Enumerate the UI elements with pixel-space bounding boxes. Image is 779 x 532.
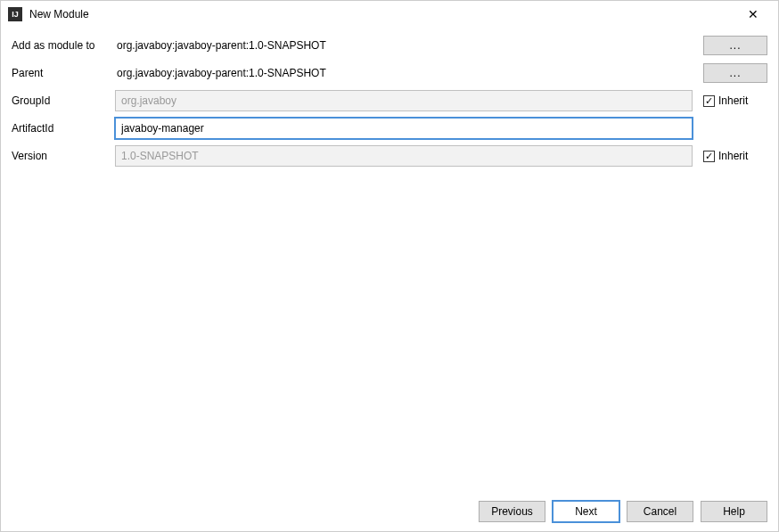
group-id-inherit-wrap: Inherit <box>703 94 767 107</box>
group-id-row: GroupId Inherit <box>12 90 767 111</box>
next-button[interactable]: Next <box>553 501 619 522</box>
add-module-value: org.javaboy:javaboy-parent:1.0-SNAPSHOT <box>115 39 693 52</box>
close-button[interactable]: ✕ <box>735 1 771 28</box>
add-module-row: Add as module to org.javaboy:javaboy-par… <box>12 35 767 56</box>
artifact-id-input[interactable] <box>115 118 693 139</box>
titlebar: IJ New Module ✕ <box>1 1 778 28</box>
version-row: Version Inherit <box>12 145 767 167</box>
group-id-inherit-label: Inherit <box>718 94 748 107</box>
help-button[interactable]: Help <box>701 501 767 522</box>
parent-row: Parent org.javaboy:javaboy-parent:1.0-SN… <box>12 62 767 84</box>
version-inherit-label: Inherit <box>718 150 748 162</box>
group-id-label: GroupId <box>12 94 115 107</box>
parent-value: org.javaboy:javaboy-parent:1.0-SNAPSHOT <box>115 67 693 79</box>
cancel-button[interactable]: Cancel <box>627 501 693 522</box>
window-title: New Module <box>29 8 735 20</box>
artifact-id-row: ArtifactId <box>12 118 767 139</box>
version-label: Version <box>12 150 115 162</box>
app-icon: IJ <box>8 7 22 21</box>
group-id-inherit-checkbox[interactable] <box>703 95 715 107</box>
version-input <box>115 145 693 167</box>
footer: Previous Next Cancel Help <box>1 492 778 531</box>
app-icon-label: IJ <box>12 10 19 19</box>
close-icon: ✕ <box>748 7 758 21</box>
add-module-label: Add as module to <box>12 39 115 52</box>
version-inherit-checkbox[interactable] <box>703 151 715 162</box>
parent-label: Parent <box>12 67 115 79</box>
previous-button[interactable]: Previous <box>479 501 545 522</box>
parent-browse-button[interactable]: ... <box>703 63 767 83</box>
add-module-browse-button[interactable]: ... <box>703 36 767 55</box>
form-content: Add as module to org.javaboy:javaboy-par… <box>1 28 778 180</box>
group-id-input <box>115 90 693 111</box>
version-inherit-wrap: Inherit <box>703 150 767 162</box>
artifact-id-label: ArtifactId <box>12 122 115 135</box>
